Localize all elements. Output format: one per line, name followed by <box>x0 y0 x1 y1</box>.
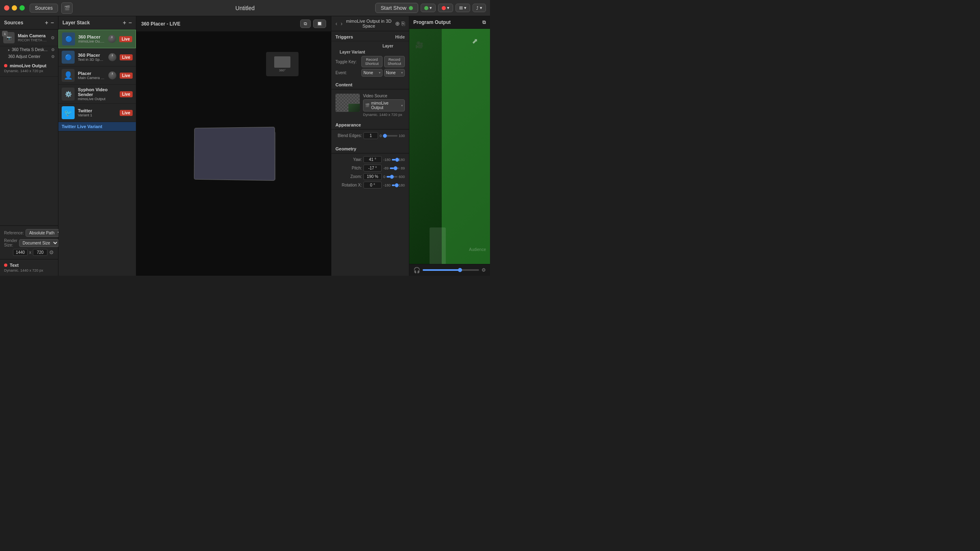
twitter-live-variant-bar[interactable]: Twitter Live Variant <box>58 122 136 131</box>
add-layer-button[interactable]: + <box>123 19 126 26</box>
gear-icon-adjust[interactable]: ⚙ <box>51 54 55 59</box>
pitch-input[interactable] <box>363 165 382 172</box>
reference-select[interactable]: Absolute Path <box>26 229 63 237</box>
pitch-track[interactable] <box>390 167 400 169</box>
volume-knob-360-1[interactable] <box>108 35 116 43</box>
video-source-dropdown-arrow: ▾ <box>401 104 403 107</box>
video-source-sub: Dynamic. 1440 x 720 px <box>363 113 405 117</box>
sources-toggle-button[interactable]: Sources <box>30 4 58 13</box>
mimolive-sub: Dynamic. 1440 x 720 px <box>4 69 54 73</box>
text-source-name: Text <box>10 263 19 268</box>
blend-edges-row: Blend Edges: 0 100 <box>335 132 405 139</box>
start-show-button[interactable]: Start Show <box>375 3 418 13</box>
add-source-button[interactable]: + <box>45 19 48 26</box>
text-source-item[interactable]: Text Dynamic. 1440 x 720 px <box>0 259 58 276</box>
width-input[interactable] <box>13 249 28 256</box>
gear-icon-theta[interactable]: ⚙ <box>51 47 55 52</box>
child-name-adjust: 360 Adjust Center <box>8 54 41 59</box>
start-show-label: Start Show <box>380 5 406 11</box>
preview-action-2[interactable]: 🔲 <box>313 19 326 28</box>
blend-edges-input[interactable] <box>363 132 378 139</box>
remove-layer-button[interactable]: − <box>129 19 132 26</box>
copy-icon[interactable]: ⎘ <box>402 20 405 27</box>
program-expand-icon[interactable]: ⧉ <box>482 19 486 25</box>
minimize-button[interactable] <box>12 5 17 11</box>
video-source-info: Video Source 🎬 mimoLive Output ▾ Dynamic… <box>363 94 405 117</box>
gear-icon-camera[interactable]: ⚙ <box>51 35 55 41</box>
fullscreen-button[interactable] <box>19 5 25 11</box>
layer-info-360-2: 360 Placer Text in 3D Space <box>78 53 105 62</box>
zoom-input[interactable] <box>363 173 382 180</box>
rotation-row: Rotation X: -180 180 <box>335 182 405 189</box>
gear-icon-size[interactable]: ⚙ <box>49 249 54 255</box>
content-section: Video Source 🎬 mimoLive Output ▾ Dynamic… <box>331 89 409 119</box>
yaw-input[interactable] <box>363 156 382 163</box>
preview-action-1[interactable]: ⧉ <box>300 19 311 28</box>
properties-panel: ‹ › mimoLive Output in 3D Space ⊕ ⎘ Trig… <box>331 16 409 276</box>
source-child-adjust[interactable]: 360 Adjust Center ⚙ <box>0 53 58 60</box>
layer-item-placer[interactable]: 👤 Placer Main Camera (Fullscreen) Live <box>58 66 136 85</box>
output-button[interactable]: ⊞ ▾ <box>456 4 470 12</box>
volume-thumb[interactable] <box>458 268 462 272</box>
titlebar: Sources 🎬 Untitled Start Show ▾ ▾ ⊞ ▾ ⤴ … <box>0 0 490 16</box>
record-shortcut-2[interactable]: Record Shortcut <box>384 56 405 67</box>
zoom-track[interactable] <box>387 176 398 178</box>
camera-hint: 🎥 <box>415 41 423 49</box>
record-shortcut-1[interactable]: Record Shortcut <box>361 56 383 67</box>
pitch-min: -89 <box>383 166 389 170</box>
layer-sub-360-2: Text in 3D Space <box>78 58 105 62</box>
nav-back-button[interactable]: ‹ <box>335 20 337 27</box>
add-variant-icon[interactable]: ⊕ <box>395 20 400 27</box>
properties-nav: ‹ › mimoLive Output in 3D Space ⊕ ⎘ <box>331 16 409 31</box>
zoom-row: Zoom: 0 600 <box>335 173 405 180</box>
rotation-thumb[interactable] <box>395 183 399 187</box>
layer-item-360-placer-2[interactable]: 🔵 360 Placer Text in 3D Space Live <box>58 48 136 66</box>
video-source-label: Video Source <box>363 94 405 98</box>
properties-nav-title: mimoLive Output in 3D Space <box>346 19 392 28</box>
layer-stack-header: Layer Stack + − <box>58 16 136 30</box>
source-child-theta[interactable]: ▸ 360 Theta S Desk... ⚙ <box>0 46 58 53</box>
layer-variant-header: Layer Variant <box>335 50 370 54</box>
live-badge-360-1: Live <box>119 36 132 42</box>
video-source-icon: 🎬 <box>365 103 370 107</box>
yaw-thumb[interactable] <box>395 158 399 162</box>
share-button[interactable]: ⤴ ▾ <box>473 4 486 12</box>
hide-button[interactable]: Hide <box>395 34 405 39</box>
zoom-thumb[interactable] <box>390 175 394 179</box>
settings-icon[interactable]: ⚙ <box>481 267 486 273</box>
volume-knob-placer[interactable] <box>108 71 116 79</box>
film-icon[interactable]: 🎬 <box>61 2 73 14</box>
green-dot-button[interactable]: ▾ <box>421 4 436 12</box>
record-button[interactable]: ▾ <box>438 4 453 12</box>
close-button[interactable] <box>4 5 9 11</box>
pitch-thumb[interactable] <box>393 166 398 170</box>
render-size-select[interactable]: Document Size <box>19 239 59 247</box>
blend-thumb[interactable] <box>383 134 387 138</box>
nav-forward-button[interactable]: › <box>341 20 343 27</box>
event-label: Event: <box>335 69 360 76</box>
remove-source-button[interactable]: − <box>51 19 54 26</box>
event-dropdown-2[interactable]: None ▾ <box>384 69 405 77</box>
height-input[interactable] <box>33 249 47 256</box>
video-source-select[interactable]: 🎬 mimoLive Output ▾ <box>363 99 405 111</box>
rotation-input[interactable] <box>363 182 382 189</box>
green-indicator <box>424 6 428 10</box>
sources-header: Sources + − <box>0 16 58 30</box>
layer-thumb-syphon: ⚙️ <box>62 88 75 101</box>
rotation-track[interactable] <box>392 184 398 186</box>
volume-knob-360-2[interactable] <box>108 53 116 61</box>
source-item-main-camera[interactable]: 1 📷 Main Camera RICOH THETA S – None ⚙ <box>0 30 58 46</box>
reference-label: Reference: <box>4 231 24 235</box>
live-dot-text <box>4 264 7 267</box>
source-item-mimolive[interactable]: mimoLive Output Dynamic. 1440 x 720 px <box>0 60 58 77</box>
event-dropdown-1[interactable]: None ▾ <box>361 69 383 77</box>
volume-slider[interactable] <box>423 269 479 271</box>
layer-item-syphon[interactable]: ⚙️ Syphon Video Sender mimoLive Output L… <box>58 85 136 104</box>
reference-row: Reference: Absolute Path <box>4 229 54 237</box>
yaw-track[interactable] <box>392 159 398 161</box>
rotation-label: Rotation X: <box>335 183 362 187</box>
blend-track[interactable] <box>383 135 398 137</box>
reference-section: Reference: Absolute Path Render Size: Do… <box>0 225 58 259</box>
layer-item-twitter[interactable]: 🐦 Twitter Variant 1 Live <box>58 104 136 122</box>
layer-item-360-placer-1[interactable]: 🔵 360 Placer mimoLive Ou...t in 3D Space… <box>58 30 136 48</box>
